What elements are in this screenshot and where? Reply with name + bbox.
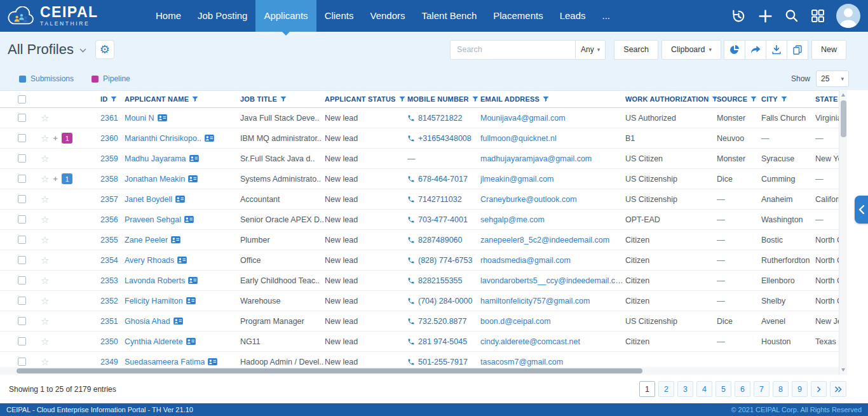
applicant-name-link[interactable]: Lavonda Roberts [125, 276, 185, 285]
applicant-id-link[interactable]: 2358 [100, 175, 118, 184]
applicant-name-link[interactable]: Cynthia Alderete [125, 337, 183, 346]
applicant-name-link[interactable]: Felicity Hamilton [125, 297, 183, 305]
search-input[interactable] [450, 40, 576, 60]
share-icon[interactable] [745, 40, 766, 60]
nav-item-home[interactable]: Home [147, 0, 189, 32]
nav-item-leads[interactable]: Leads [552, 0, 594, 32]
applicant-name-link[interactable]: Janet Boydell [125, 195, 172, 204]
apps-grid-icon[interactable] [810, 8, 825, 23]
row-checkbox[interactable] [18, 134, 26, 142]
column-header-status[interactable]: APPLICANT STATUS [325, 95, 407, 103]
row-checkbox[interactable] [18, 154, 26, 163]
favorite-star-icon[interactable]: ☆ [41, 113, 49, 123]
right-panel-toggle[interactable] [855, 196, 868, 224]
nav-item-vendors[interactable]: Vendors [362, 0, 413, 32]
nav-item-talent-bench[interactable]: Talent Bench [414, 0, 485, 32]
page-button-4[interactable]: 4 [696, 381, 712, 397]
applicant-name-link[interactable]: Suedasameera Fatima [125, 358, 205, 366]
applicant-row[interactable]: ☆+12358Jonathan MeakinSystems Administra… [0, 169, 839, 189]
applicant-name-link[interactable]: Madhu Jayarama [125, 154, 186, 163]
row-checkbox[interactable] [18, 297, 26, 305]
column-header-auth[interactable]: WORK AUTHORIZATION [625, 95, 717, 103]
applicant-row[interactable]: ☆2356Praveen SehgalSenior Oracle APEX D.… [0, 210, 839, 230]
search-button[interactable]: Search [614, 40, 658, 60]
filter-icon[interactable] [280, 96, 287, 102]
applicant-id-link[interactable]: 2349 [100, 358, 118, 366]
email-link[interactable]: fullmoon@quicknet.nl [480, 134, 557, 143]
filter-icon[interactable] [543, 96, 549, 102]
profile-card-icon[interactable] [186, 338, 196, 345]
column-header-state[interactable]: STATE [815, 95, 839, 103]
favorite-star-icon[interactable]: ☆ [41, 215, 49, 224]
row-checkbox[interactable] [18, 317, 26, 325]
applicant-row[interactable]: ☆2355Zane PeelerPlumberNew lead828748906… [0, 230, 839, 250]
select-all-checkbox[interactable] [18, 95, 26, 104]
page-button-3[interactable]: 3 [677, 381, 693, 397]
applicant-id-link[interactable]: 2354 [100, 256, 118, 265]
footer-copyright-link[interactable]: © 2021 CEIPAL Corp. All Rights Reserved [731, 406, 862, 413]
profile-card-icon[interactable] [177, 257, 187, 264]
pipeline-count-badge[interactable]: 1 [62, 133, 72, 144]
horizontal-scroll-thumb[interactable] [17, 368, 642, 373]
applicant-id-link[interactable]: 2352 [100, 297, 118, 305]
favorite-star-icon[interactable]: ☆ [41, 194, 49, 204]
applicant-id-link[interactable]: 2359 [100, 154, 118, 163]
last-page-button[interactable] [830, 381, 846, 397]
email-link[interactable]: zanepeeler8_5c2@indeedemail.com [480, 236, 609, 245]
profile-card-icon[interactable] [175, 196, 185, 203]
filter-icon[interactable] [111, 96, 117, 102]
applicant-row[interactable]: ☆2361Mouni NJava Full Stack Deve..New le… [0, 108, 839, 128]
applicant-row[interactable]: ☆2352Felicity HamiltonWarehouseNew lead(… [0, 291, 839, 311]
brand-logo[interactable]: CEIPAL TALENTHIRE [6, 5, 147, 27]
download-icon[interactable] [766, 40, 787, 60]
applicant-id-link[interactable]: 2353 [100, 276, 118, 285]
filter-icon[interactable] [781, 96, 787, 102]
user-avatar[interactable] [836, 4, 860, 28]
next-page-button[interactable] [811, 381, 827, 397]
profile-card-icon[interactable] [205, 135, 214, 142]
applicant-name-link[interactable]: Zane Peeler [125, 236, 168, 245]
profile-card-icon[interactable] [171, 236, 180, 243]
applicant-row[interactable]: ☆2349Suedasameera FatimaHadoop Admin / D… [0, 352, 839, 367]
filter-icon[interactable] [399, 96, 405, 102]
page-size-select[interactable]: 25▾ [816, 70, 849, 87]
clipboard-button[interactable]: Clipboard▾ [661, 40, 721, 60]
favorite-star-icon[interactable]: ☆ [41, 174, 49, 184]
applicant-row[interactable]: ☆+12360Marianthi Chrisikopo..IBM MQ admi… [0, 128, 839, 149]
vertical-scrollbar[interactable] [839, 90, 847, 375]
applicant-row[interactable]: ☆2357Janet BoydellAccountantNew lead7142… [0, 189, 839, 210]
filter-icon[interactable] [750, 96, 757, 102]
history-icon[interactable] [731, 8, 747, 24]
submissions-count-badge[interactable]: 1 [62, 173, 72, 184]
row-checkbox[interactable] [18, 215, 26, 224]
nav-item-more[interactable]: ... [594, 0, 619, 32]
add-icon[interactable]: + [53, 175, 58, 183]
page-title[interactable]: All Profiles [8, 41, 86, 58]
scroll-down-arrow[interactable] [841, 368, 845, 372]
nav-item-applicants[interactable]: Applicants [255, 0, 316, 32]
applicant-row[interactable]: ☆2354Avery RhoadsOfficeNew lead(828) 774… [0, 250, 839, 271]
page-button-2[interactable]: 2 [658, 381, 674, 397]
row-checkbox[interactable] [18, 256, 26, 264]
copy-icon[interactable] [787, 40, 808, 60]
email-link[interactable]: hamiltonfelicity757@gmail.com [480, 297, 590, 305]
favorite-star-icon[interactable]: ☆ [41, 276, 49, 285]
profile-card-icon[interactable] [186, 297, 196, 304]
applicant-id-link[interactable]: 2360 [100, 134, 118, 143]
vertical-scroll-thumb[interactable] [841, 100, 846, 137]
column-header-job[interactable]: JOB TITLE [240, 95, 325, 103]
column-header-email[interactable]: EMAIL ADDRESS [480, 95, 625, 103]
page-button-8[interactable]: 8 [773, 381, 789, 397]
email-link[interactable]: tasacosm7@gmail.com [480, 358, 563, 366]
applicant-name-link[interactable]: Mouni N [125, 114, 154, 123]
settings-gear-icon[interactable]: ⚙ [95, 40, 114, 59]
applicant-id-link[interactable]: 2361 [100, 114, 118, 123]
profile-card-icon[interactable] [208, 358, 217, 365]
filter-icon[interactable] [712, 96, 717, 102]
row-checkbox[interactable] [18, 175, 26, 183]
row-checkbox[interactable] [18, 337, 26, 346]
page-button-7[interactable]: 7 [754, 381, 770, 397]
column-header-name[interactable]: APPLICANT NAME [125, 95, 240, 103]
applicant-name-link[interactable]: Praveen Sehgal [125, 215, 181, 224]
applicant-name-link[interactable]: Marianthi Chrisikopo.. [125, 134, 201, 143]
